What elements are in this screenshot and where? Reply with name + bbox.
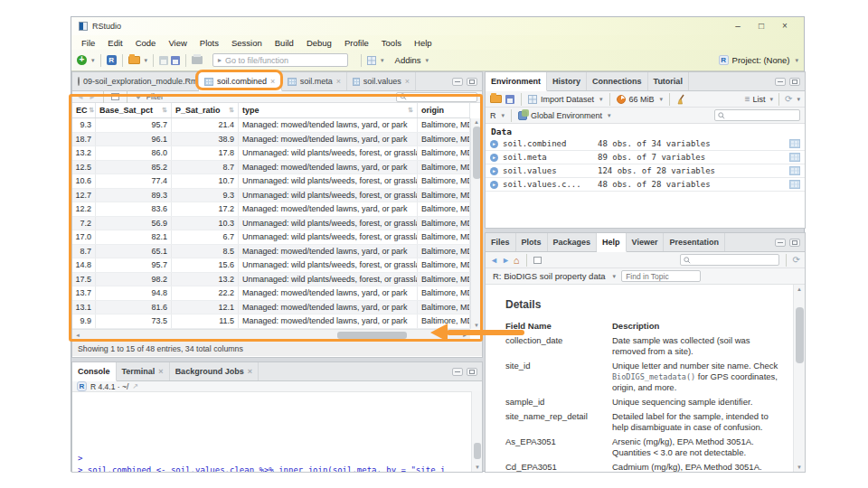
tab-viewer[interactable]: Viewer: [627, 233, 665, 251]
help-topic-title[interactable]: R: BioDIGS soil property data: [493, 271, 606, 281]
new-project-icon[interactable]: R: [107, 55, 117, 65]
close-tab-icon[interactable]: ×: [248, 367, 252, 376]
scroll-down-icon[interactable]: ▼: [475, 465, 480, 470]
scroll-right-icon[interactable]: ►: [462, 333, 467, 338]
scroll-up-icon[interactable]: ▲: [474, 119, 479, 125]
table-row[interactable]: 17.5 98.2 13.2 Unmanaged: wild plants/we…: [72, 273, 470, 287]
panes-layout-icon[interactable]: [367, 56, 376, 65]
maximize-pane-icon[interactable]: [467, 78, 477, 86]
addins-caret-icon[interactable]: ▾: [426, 57, 429, 64]
tab-soil-values[interactable]: soil.values ×: [347, 72, 416, 90]
back-icon[interactable]: ◄: [77, 93, 84, 101]
scroll-up-icon[interactable]: ▲: [797, 286, 802, 292]
popout-window-icon[interactable]: [533, 257, 542, 264]
table-row[interactable]: 13.1 81.6 12.1 Managed: mowed/tended law…: [72, 301, 470, 315]
environment-object-row[interactable]: ▶ soil.meta 89 obs. of 7 variables: [486, 151, 805, 164]
refresh-icon[interactable]: ⟳: [793, 255, 800, 265]
home-icon[interactable]: ⌂: [514, 256, 520, 265]
project-menu[interactable]: Project: (None): [732, 55, 790, 65]
filter-label[interactable]: Filter: [146, 92, 164, 101]
print-icon[interactable]: [192, 56, 203, 64]
environment-object-row[interactable]: ▶ soil.values.c... 48 obs. of 28 variabl…: [486, 178, 805, 192]
help-search-input[interactable]: [693, 256, 776, 264]
panes-caret-icon[interactable]: ▾: [381, 57, 384, 64]
table-row[interactable]: 10.6 77.4 10.7 Unmanaged: wild plants/we…: [72, 174, 470, 189]
scrollbar-thumb[interactable]: [473, 127, 481, 179]
table-search-input[interactable]: [410, 93, 474, 101]
open-directory-icon[interactable]: ↗: [132, 382, 138, 390]
environment-search-box[interactable]: [714, 109, 800, 121]
maximize-pane-icon[interactable]: [789, 239, 800, 247]
tab-files[interactable]: Files: [486, 233, 516, 251]
memory-usage-menu[interactable]: 66 MiB: [629, 95, 655, 104]
maximize-pane-icon[interactable]: [789, 78, 800, 86]
table-row[interactable]: 12.2 83.6 17.2 Managed: mowed/tended law…: [72, 202, 470, 217]
environment-object-row[interactable]: ▶ soil.values 124 obs. of 28 variables: [486, 164, 805, 178]
save-all-icon[interactable]: [171, 56, 180, 65]
column-header-ec[interactable]: EC⇅: [72, 103, 96, 117]
minimize-pane-icon[interactable]: [775, 239, 786, 247]
table-row[interactable]: 13.7 94.8 22.2 Managed: mowed/tended law…: [72, 286, 470, 301]
tab-history[interactable]: History: [547, 72, 587, 90]
table-row[interactable]: 18.7 96.1 38.9 Managed: mowed/tended law…: [72, 133, 470, 147]
scroll-down-icon[interactable]: ▼: [474, 323, 479, 328]
find-in-topic-box[interactable]: [621, 270, 701, 282]
table-row[interactable]: 12.5 85.2 8.7 Managed: mowed/tended lawn…: [72, 161, 470, 175]
maximize-button[interactable]: □: [750, 18, 773, 34]
project-caret-icon[interactable]: ▾: [795, 57, 798, 64]
forward-icon[interactable]: ►: [502, 256, 510, 265]
minimize-button[interactable]: –: [726, 18, 750, 34]
new-file-caret-icon[interactable]: ▾: [91, 57, 95, 64]
help-scrollbar[interactable]: ▲ ▼: [793, 285, 805, 472]
view-table-icon[interactable]: [789, 180, 800, 189]
minimize-pane-icon[interactable]: [775, 78, 786, 86]
save-icon[interactable]: [159, 56, 168, 65]
scrollbar-thumb[interactable]: [796, 307, 804, 363]
console-output[interactable]: >> soil.combined <- soil.values.clean %>…: [72, 392, 482, 473]
column-header-p-sat-ratio[interactable]: P_Sat_ratio⇅: [172, 103, 239, 117]
tab-connections[interactable]: Connections: [587, 72, 648, 90]
table-row[interactable]: 7.2 56.9 10.3 Unmanaged: wild plants/wee…: [72, 217, 470, 231]
expand-object-icon[interactable]: ▶: [490, 181, 498, 189]
table-row[interactable]: 12.7 89.3 9.3 Unmanaged: wild plants/wee…: [72, 189, 470, 203]
tab-terminal[interactable]: Terminal×: [117, 362, 170, 380]
find-in-topic-input[interactable]: [626, 272, 696, 281]
language-menu[interactable]: R: [490, 111, 496, 120]
table-row[interactable]: 9.9 73.5 11.5 Managed: mowed/tended lawn…: [72, 314, 470, 329]
import-dataset-menu[interactable]: Import Dataset: [541, 95, 594, 104]
menu-item[interactable]: Profile: [338, 38, 375, 48]
minimize-pane-icon[interactable]: [452, 368, 463, 376]
view-table-icon[interactable]: [789, 139, 800, 148]
expand-object-icon[interactable]: ▶: [490, 154, 498, 162]
view-table-icon[interactable]: [789, 166, 800, 175]
scroll-left-icon[interactable]: ◄: [75, 333, 80, 338]
r-version-label[interactable]: R 4.4.1 · ~/: [90, 382, 128, 391]
tab-console[interactable]: Console: [72, 362, 117, 381]
scrollbar-thumb[interactable]: [474, 443, 481, 459]
list-view-menu[interactable]: List: [753, 95, 766, 104]
table-search-box[interactable]: [396, 92, 477, 102]
maximize-pane-icon[interactable]: [467, 368, 477, 376]
clear-objects-broom-icon[interactable]: [676, 94, 687, 105]
environment-search-input[interactable]: [728, 111, 797, 119]
tab-background-jobs[interactable]: Background Jobs×: [170, 362, 259, 380]
forward-icon[interactable]: ►: [89, 93, 96, 101]
table-horizontal-scrollbar[interactable]: ◄ ►: [72, 329, 470, 341]
filter-icon[interactable]: [135, 95, 142, 99]
tab-rmd-file[interactable]: 09-soil_exploration_module.Rmd ×: [72, 72, 199, 90]
tab-plots[interactable]: Plots: [516, 233, 548, 251]
menu-item[interactable]: Code: [129, 38, 163, 48]
scroll-down-icon[interactable]: ▼: [797, 465, 802, 470]
environment-object-row[interactable]: ▶ soil.combined 48 obs. of 34 variables: [486, 137, 805, 151]
table-row[interactable]: 9.3 95.7 21.4 Managed: mowed/tended lawn…: [72, 118, 470, 133]
table-vertical-scrollbar[interactable]: ▲ ▼: [470, 118, 482, 329]
close-tab-icon[interactable]: ×: [336, 77, 341, 86]
popout-window-icon[interactable]: [111, 93, 119, 100]
memory-caret-icon[interactable]: ▾: [660, 96, 664, 103]
table-row[interactable]: 14.8 95.7 15.6 Unmanaged: wild plants/we…: [72, 258, 470, 273]
addins-menu[interactable]: Addins: [395, 55, 421, 65]
close-tab-icon[interactable]: ×: [270, 77, 275, 86]
help-search-box[interactable]: [680, 254, 779, 266]
save-workspace-icon[interactable]: [505, 95, 514, 104]
menu-item[interactable]: Help: [408, 38, 439, 48]
